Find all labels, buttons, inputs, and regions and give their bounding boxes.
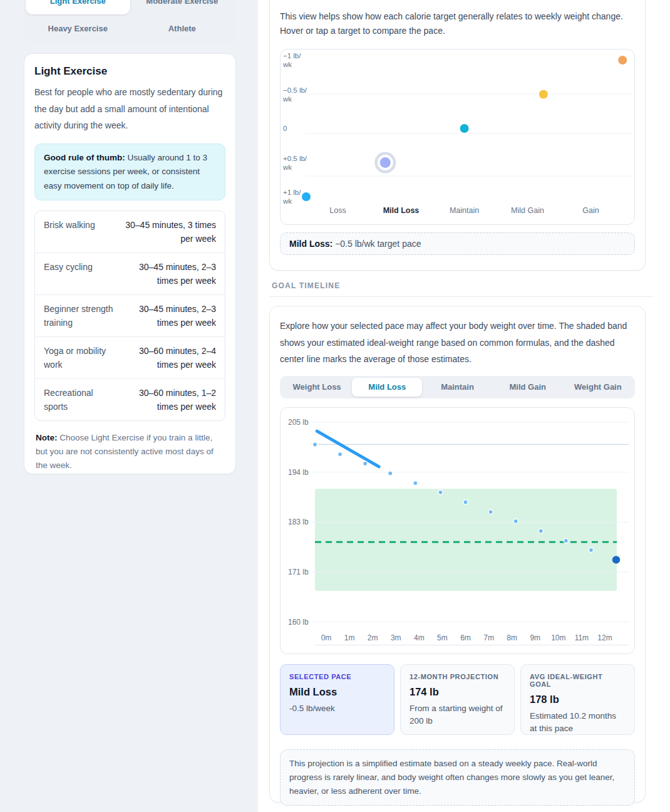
- activity-schedule: 30–45 minutes, 2–3 times per week: [120, 302, 216, 330]
- activity-schedule: 30–60 minutes, 1–2 times per week: [120, 386, 216, 414]
- exercise-tab-moderate-exercise[interactable]: Moderate Exercise: [130, 0, 235, 14]
- rule-of-thumb-label: Good rule of thumb:: [44, 153, 125, 162]
- activity-row-easy-cycling: Easy cycling30–45 minutes, 2–3 times per…: [35, 252, 225, 294]
- timeline-x-label-8m: 8m: [507, 633, 517, 642]
- activity-name: Yoga or mobility work: [44, 344, 113, 372]
- exercise-detail-card: Light Exercise Best for people who are m…: [24, 53, 236, 474]
- pace-tab-maintain[interactable]: Maintain: [422, 378, 492, 397]
- stat-label: SELECTED PACE: [289, 673, 385, 680]
- activity-row-recreational-sports: Recreational sports30–60 minutes, 1–2 ti…: [35, 378, 225, 420]
- timeline-x-label-5m: 5m: [437, 633, 448, 642]
- activity-row-brisk-walking: Brisk walking30–45 minutes, 3 times per …: [35, 211, 225, 252]
- activity-schedule: 30–60 minutes, 2–4 times per week: [120, 344, 216, 372]
- pace-tab-weight-gain[interactable]: Weight Gain: [563, 378, 633, 397]
- timeline-x-label-7m: 7m: [483, 633, 494, 642]
- timeline-y-label: 194 lb: [288, 467, 309, 476]
- scatter-y-label: −1 lb/wk: [282, 52, 301, 68]
- exercise-card-description: Best for people who are mostly sedentary…: [34, 84, 225, 134]
- projection-disclaimer: This projection is a simplified estimate…: [280, 749, 635, 806]
- scatter-y-label: −0.5 lb/wk: [282, 86, 307, 103]
- stat-subtext: -0.5 lb/week: [289, 702, 385, 715]
- timeline-x-label-4m: 4m: [414, 633, 425, 642]
- projection-dot-month-5[interactable]: [438, 490, 443, 494]
- stat-card-selected-pace: SELECTED PACEMild Loss-0.5 lb/week: [280, 664, 394, 735]
- projection-dot-month-12[interactable]: [612, 556, 620, 563]
- projection-dot-month-6[interactable]: [463, 499, 468, 504]
- activity-row-yoga-or-mobility-work: Yoga or mobility work30–60 minutes, 2–4 …: [35, 336, 225, 378]
- projection-dot-month-8[interactable]: [513, 519, 518, 523]
- scatter-x-label-maintain[interactable]: Maintain: [450, 206, 479, 215]
- timeline-intro-text: Explore how your selected pace may affec…: [280, 318, 635, 368]
- trend-line: [317, 431, 379, 467]
- timeline-y-label: 183 lb: [288, 518, 309, 526]
- projection-dot-month-3[interactable]: [388, 471, 393, 475]
- timeline-x-label-12m: 12m: [597, 633, 612, 642]
- stat-subtext: From a starting weight of 200 lb: [410, 702, 505, 727]
- note-text: Choose Light Exercise if you train a lit…: [36, 433, 214, 470]
- projection-dot-month-7[interactable]: [488, 509, 493, 514]
- scatter-x-label-mild-loss[interactable]: Mild Loss: [383, 206, 420, 215]
- projection-dot-month-2[interactable]: [363, 461, 368, 466]
- timeline-x-label-2m: 2m: [368, 633, 378, 642]
- pace-intro-text: This view helps show how each calorie ta…: [280, 9, 635, 38]
- timeline-x-label-6m: 6m: [460, 633, 471, 642]
- weight-timeline-chart[interactable]: 205 lb194 lb183 lb171 lb160 lb0m1m2m3m4m…: [281, 408, 635, 653]
- stat-card-avg-ideal-weight-goal: AVG IDEAL-WEIGHT GOAL178 lbEstimated 10.…: [520, 664, 635, 735]
- activity-name: Beginner strength training: [44, 302, 113, 330]
- activity-schedule: 30–45 minutes, 3 times per week: [120, 218, 216, 246]
- stat-subtext: Estimated 10.2 months at this pace: [530, 710, 626, 735]
- section-title: GOAL TIMELINE: [269, 281, 653, 290]
- exercise-card-title: Light Exercise: [34, 65, 225, 78]
- exercise-tab-athlete[interactable]: Athlete: [130, 14, 235, 42]
- activity-schedule: 30–45 minutes, 2–3 times per week: [120, 260, 216, 288]
- activity-name: Brisk walking: [44, 218, 113, 246]
- timeline-x-label-1m: 1m: [344, 633, 355, 642]
- scatter-point-gain[interactable]: [616, 54, 629, 67]
- exercise-level-tabs: Light ExerciseModerate ExerciseHeavy Exe…: [24, 0, 236, 44]
- projection-dot-month-0[interactable]: [312, 442, 317, 446]
- scatter-point-mild-loss[interactable]: [374, 152, 396, 174]
- projection-dot-month-9[interactable]: [539, 528, 543, 533]
- stat-value: Mild Loss: [289, 686, 385, 698]
- scatter-point-maintain[interactable]: [458, 122, 471, 135]
- goal-timeline-section-header: GOAL TIMELINE: [269, 281, 653, 297]
- projection-dot-month-10[interactable]: [564, 538, 568, 543]
- exercise-note: Note: Choose Light Exercise if you train…: [36, 431, 224, 472]
- stat-value: 174 lb: [410, 686, 505, 698]
- projection-dot-month-4[interactable]: [413, 481, 418, 485]
- rule-of-thumb-box: Good rule of thumb: Usually around 1 to …: [34, 143, 225, 201]
- exercise-tab-heavy-exercise[interactable]: Heavy Exercise: [26, 14, 130, 42]
- projection-dot-month-1[interactable]: [338, 452, 342, 456]
- stat-label: 12-MONTH PROJECTION: [410, 673, 505, 680]
- exercise-tab-light-exercise[interactable]: Light Exercise: [26, 0, 130, 14]
- section-divider: [269, 296, 653, 297]
- scatter-point-mild-gain[interactable]: [537, 88, 550, 101]
- scatter-x-label-loss[interactable]: Loss: [329, 206, 346, 215]
- goal-timeline-card: Explore how your selected pace may affec…: [269, 306, 646, 803]
- pace-tab-mild-loss[interactable]: Mild Loss: [352, 378, 422, 397]
- activity-table: Brisk walking30–45 minutes, 3 times per …: [34, 211, 225, 421]
- scatter-point-loss[interactable]: [300, 190, 313, 204]
- timeline-chart-panel: 205 lb194 lb183 lb171 lb160 lb0m1m2m3m4m…: [280, 407, 635, 654]
- timeline-x-label-3m: 3m: [391, 633, 401, 642]
- scatter-x-label-gain[interactable]: Gain: [582, 206, 599, 215]
- projection-dot-month-11[interactable]: [589, 548, 593, 552]
- timeline-y-label: 205 lb: [288, 418, 309, 427]
- stat-label: AVG IDEAL-WEIGHT GOAL: [530, 673, 626, 688]
- pace-tab-mild-gain[interactable]: Mild Gain: [493, 378, 563, 397]
- scatter-x-label-mild-gain[interactable]: Mild Gain: [511, 206, 544, 215]
- right-panel: This view helps show how each calorie ta…: [258, 0, 670, 812]
- note-label: Note:: [36, 433, 58, 442]
- stat-card-12-month-projection: 12-MONTH PROJECTION174 lbFrom a starting…: [400, 664, 515, 735]
- pace-scatter-chart[interactable]: +1 lb/wk+0.5 lb/wk0−0.5 lb/wk−1 lb/wkLos…: [281, 49, 635, 224]
- activity-row-beginner-strength-training: Beginner strength training30–45 minutes,…: [35, 294, 225, 336]
- timeline-x-label-9m: 9m: [530, 633, 540, 642]
- pace-scatter-panel: +1 lb/wk+0.5 lb/wk0−0.5 lb/wk−1 lb/wkLos…: [280, 49, 635, 225]
- pace-status-label: Mild Loss:: [289, 239, 332, 249]
- pace-tab-weight-loss[interactable]: Weight Loss: [282, 378, 352, 397]
- activity-name: Easy cycling: [44, 260, 113, 288]
- activity-name: Recreational sports: [44, 386, 113, 414]
- scatter-y-label: 0: [283, 125, 287, 132]
- scatter-y-label: +1 lb/wk: [282, 189, 301, 205]
- page: Light ExerciseModerate ExerciseHeavy Exe…: [0, 0, 670, 812]
